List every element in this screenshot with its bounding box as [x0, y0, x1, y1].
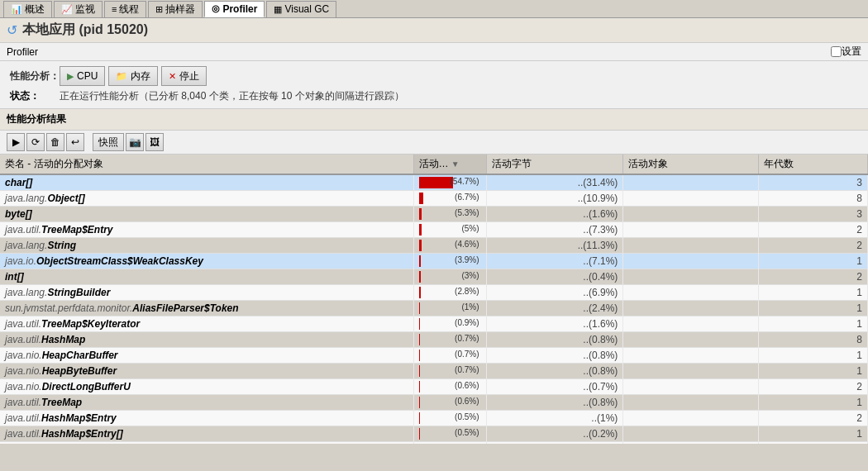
tab-overview[interactable]: 📊 概述 — [3, 1, 52, 17]
overview-icon: 📊 — [11, 4, 22, 15]
class-name-text: byte[] — [5, 208, 32, 220]
table-row[interactable]: java.lang.StringBuilder(2.8%)..(6.9%)1 — [0, 285, 868, 301]
bar-label: (3.9%) — [455, 255, 480, 264]
bar-label: (0.7%) — [455, 334, 480, 343]
tab-threads[interactable]: ≡ 线程 — [104, 1, 146, 17]
gen-cell: 2 — [759, 411, 868, 426]
profiler-icon: ◎ — [212, 3, 220, 14]
active-bytes-cell: ..(1%) — [486, 411, 623, 426]
active-bytes-cell: ..(0.4%) — [486, 269, 623, 285]
active-bytes-cell: ..(7.1%) — [486, 254, 623, 269]
col-gen[interactable]: 年代数 — [759, 155, 868, 174]
class-name-text: HashMap$Entry — [41, 412, 117, 424]
tab-monitor[interactable]: 📈 监视 — [54, 1, 103, 17]
status-row: 状态： 正在运行性能分析（已分析 8,040 个类，正在按每 10 个对象的间隔… — [10, 89, 858, 103]
refresh-icon[interactable]: ↺ — [7, 22, 17, 38]
memory-button[interactable]: 📁 内存 — [108, 66, 158, 86]
active-objects-cell — [623, 174, 759, 191]
settings-checkbox[interactable] — [831, 46, 842, 57]
table-row[interactable]: java.util.HashMap$Entry(0.5%)..(1%)2 — [0, 411, 868, 426]
stop-button[interactable]: ✕ 停止 — [161, 66, 207, 86]
toolbar-back-btn[interactable]: ↩ — [66, 133, 84, 151]
toolbar-run-btn[interactable]: ▶ — [7, 133, 25, 151]
col-active-bytes-label: 活动字节 — [492, 158, 532, 169]
col-active-bytes[interactable]: 活动字节 — [486, 155, 623, 174]
active-bytes-cell: ..(10.9%) — [486, 191, 623, 207]
table-row[interactable]: java.nio.HeapByteBuffer(0.7%)..(0.8%)1 — [0, 364, 868, 379]
stop-btn-label: 停止 — [179, 69, 199, 83]
toolbar-run2-btn[interactable]: ⟳ — [26, 133, 45, 151]
tab-profiler-label: Profiler — [222, 3, 257, 15]
bar-cell: (0.7%) — [413, 332, 486, 348]
memory-icon: 📁 — [116, 71, 127, 82]
col-active-bar[interactable]: 活动… ▼ — [413, 155, 486, 174]
tab-profiler[interactable]: ◎ Profiler — [204, 1, 265, 17]
active-objects-cell — [623, 364, 759, 379]
tab-sampler[interactable]: ⊞ 抽样器 — [148, 1, 203, 17]
active-objects-cell — [623, 207, 759, 222]
tab-threads-label: 线程 — [119, 2, 139, 17]
results-table-container[interactable]: 类名 - 活动的分配对象 活动… ▼ 活动字节 活动对象 年代数 char[](… — [0, 155, 868, 444]
snapshot-button[interactable]: 快照 — [93, 133, 124, 151]
gen-cell: 2 — [759, 269, 868, 285]
table-row[interactable]: java.lang.String(4.6%)..(11.3%)2 — [0, 238, 868, 254]
table-header-row: 类名 - 活动的分配对象 活动… ▼ 活动字节 活动对象 年代数 — [0, 155, 868, 174]
table-row[interactable]: java.util.TreeMap$KeyIterator(0.9%)..(1.… — [0, 316, 868, 332]
active-objects-cell — [623, 316, 759, 332]
col-active-objects[interactable]: 活动对象 — [623, 155, 759, 174]
table-row[interactable]: byte[](5.3%)..(1.6%)3 — [0, 207, 868, 222]
class-name-text: ObjectStreamClass$WeakClassKey — [36, 255, 203, 267]
gen-cell: 2 — [759, 442, 868, 445]
class-prefix: java.util. — [5, 334, 41, 345]
results-header: 性能分析结果 — [0, 109, 868, 131]
threads-icon: ≡ — [112, 4, 117, 14]
bar-label: (3%) — [461, 271, 480, 280]
gen-cell: 3 — [759, 174, 868, 191]
cpu-button[interactable]: ▶ CPU — [60, 66, 105, 86]
table-row[interactable]: java.nio.DirectLongBufferU(0.6%)..(0.7%)… — [0, 379, 868, 395]
class-name-text: HashMap — [41, 334, 85, 345]
active-objects-cell — [623, 285, 759, 301]
class-name-text: HashMap$Entry[] — [41, 428, 123, 440]
table-row[interactable]: java.nio.HeapCharBuffer(0.7%)..(0.8%)1 — [0, 348, 868, 364]
bar-label: (0.6%) — [455, 397, 480, 406]
bar-cell: (6.7%) — [413, 191, 486, 207]
active-objects-cell — [623, 254, 759, 269]
table-row[interactable]: java.util.HashMap(0.7%)..(0.8%)8 — [0, 332, 868, 348]
class-prefix: java.util. — [5, 428, 41, 440]
cpu-btn-label: CPU — [77, 70, 98, 82]
bar-cell: (5%) — [413, 222, 486, 238]
toolbar-clear-btn[interactable]: 🗑 — [46, 133, 64, 151]
table-row[interactable]: java.io.ObjectStreamClass$WeakClassKey(3… — [0, 254, 868, 269]
class-prefix: java.util. — [5, 397, 41, 408]
perf-buttons-row: 性能分析： ▶ CPU 📁 内存 ✕ 停止 — [10, 66, 858, 86]
table-row[interactable]: java.util.HashMap$Entry[](0.5%)..(0.2%)1 — [0, 426, 868, 442]
table-row[interactable]: sun.jvmstat.perfdata.monitor.AliasFilePa… — [0, 301, 868, 316]
table-row[interactable]: int[](3%)..(0.4%)2 — [0, 269, 868, 285]
toolbar-export-btn[interactable]: 📷 — [126, 133, 144, 151]
page-title: 本地应用 (pid 15020) — [22, 21, 148, 39]
bar-cell: (0.5%) — [413, 442, 486, 445]
class-name-text: char[] — [5, 177, 32, 188]
class-name-text: AliasFileParser$Token — [132, 302, 238, 314]
active-bytes-cell: ..(31.4%) — [486, 174, 623, 191]
bar-label: (0.7%) — [455, 365, 480, 374]
table-row[interactable]: sun.jvmstat.perfdata.monitor.PerfLongMon… — [0, 442, 868, 445]
bar-label: (2.8%) — [455, 287, 480, 296]
bar-label: (0.5%) — [455, 428, 480, 437]
table-row[interactable]: java.util.TreeMap(0.6%)..(0.8%)1 — [0, 395, 868, 411]
memory-btn-label: 内存 — [131, 69, 150, 83]
tab-visualgc[interactable]: ▦ Visual GC — [266, 1, 336, 17]
active-bytes-cell: ..(1.6%) — [486, 207, 623, 222]
class-prefix: java.nio. — [5, 350, 42, 361]
gen-cell: 1 — [759, 364, 868, 379]
toolbar-import-btn[interactable]: 🖼 — [145, 133, 164, 151]
gen-cell: 2 — [759, 379, 868, 395]
bar-label: (1%) — [461, 302, 480, 312]
tab-monitor-label: 监视 — [75, 2, 95, 17]
table-row[interactable]: java.lang.Object[](6.7%)..(10.9%)8 — [0, 191, 868, 207]
col-class[interactable]: 类名 - 活动的分配对象 — [0, 155, 413, 174]
active-bytes-cell: ..(0.8%) — [486, 348, 623, 364]
table-row[interactable]: char[](54.7%)..(31.4%)3 — [0, 174, 868, 191]
table-row[interactable]: java.util.TreeMap$Entry(5%)..(7.3%)2 — [0, 222, 868, 238]
